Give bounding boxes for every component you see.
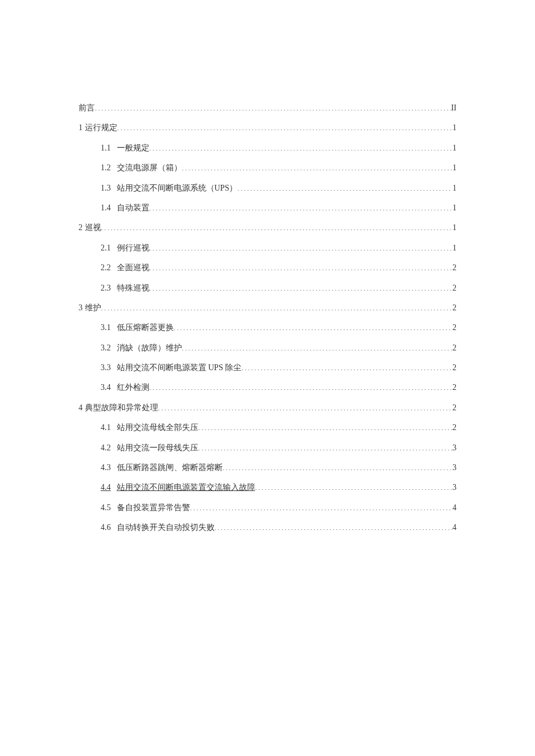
toc-entry-leader xyxy=(255,482,453,490)
toc-entry-page: 2 xyxy=(452,261,456,274)
toc-entry-page: 2 xyxy=(452,361,456,374)
toc-entry-page: 2 xyxy=(452,282,456,295)
toc-entry-page: 1 xyxy=(452,142,456,155)
toc-entry-label: 3.1低压熔断器更换 xyxy=(101,321,174,334)
toc-entry-page: 3 xyxy=(452,481,456,494)
toc-entry-title: 消缺（故障）维护 xyxy=(117,343,182,352)
toc-entry[interactable]: 4.3低压断路器跳闸、熔断器熔断3 xyxy=(79,461,456,474)
toc-entry-page: 1 xyxy=(452,242,456,255)
toc-entry[interactable]: 2 巡视1 xyxy=(79,221,456,234)
toc-entry-number: 2.1 xyxy=(101,243,111,252)
toc-entry-title: 低压断路器跳闸、熔断器熔断 xyxy=(117,463,223,472)
toc-entry-label: 4.1站用交流母线全部失压 xyxy=(101,421,198,434)
toc-entry-title: 站用交流不间断电源装置交流输入故障 xyxy=(117,483,255,492)
toc-entry-label: 1.3站用交流不间断电源系统（UPS） xyxy=(101,182,237,195)
toc-entry[interactable]: 2.2全面巡视2 xyxy=(79,261,456,274)
toc-entry-page: 1 xyxy=(452,162,456,174)
toc-entry-number: 4 xyxy=(79,403,83,412)
toc-entry-number: 3.2 xyxy=(101,343,111,352)
toc-entry-title: 全面巡视 xyxy=(117,263,149,272)
toc-entry-label: 2 巡视 xyxy=(79,221,101,234)
toc-entry-leader xyxy=(117,122,453,130)
toc-entry[interactable]: 4.2站用交流一段母线失压3 xyxy=(79,442,456,454)
toc-entry-number: 3.4 xyxy=(101,383,111,392)
toc-entry[interactable]: 2.1例行巡视1 xyxy=(79,242,456,255)
toc-entry-leader xyxy=(101,302,453,310)
toc-entry-number: 1.1 xyxy=(101,144,111,152)
toc-entry[interactable]: 3.4红外检测2 xyxy=(79,381,456,394)
toc-entry[interactable]: 4 典型故障和异常处理2 xyxy=(79,402,456,414)
toc-entry-title: 自动装置 xyxy=(117,203,149,212)
toc-entry[interactable]: 前言II xyxy=(79,102,456,114)
toc-entry-title: 运行规定 xyxy=(85,123,117,132)
toc-entry[interactable]: 4.4站用交流不间断电源装置交流输入故障3 xyxy=(79,481,456,494)
toc-entry-label: 4.2站用交流一段母线失压 xyxy=(101,442,198,454)
toc-entry[interactable]: 3 维护2 xyxy=(79,302,456,314)
table-of-contents: 前言II1 运行规定11.1一般规定11.2交流电源屏（箱）11.3站用交流不间… xyxy=(79,102,456,535)
toc-entry-page: II xyxy=(451,102,456,114)
toc-entry-number: 1.3 xyxy=(101,184,111,192)
toc-entry-leader xyxy=(182,342,453,350)
toc-entry-page: 4 xyxy=(452,521,456,534)
toc-entry-leader xyxy=(182,162,453,170)
toc-entry[interactable]: 1.4自动装置1 xyxy=(79,202,456,214)
toc-entry[interactable]: 1.3站用交流不间断电源系统（UPS）1 xyxy=(79,182,456,195)
toc-entry[interactable]: 2.3特殊巡视2 xyxy=(79,282,456,295)
toc-entry-number: 2 xyxy=(79,223,83,232)
toc-entry-title: 站用交流不间断电源系统（UPS） xyxy=(117,184,238,192)
toc-entry-title: 典型故障和异常处理 xyxy=(85,403,158,412)
toc-entry-number: 3 xyxy=(79,303,83,312)
toc-entry-label: 2.2全面巡视 xyxy=(101,261,149,274)
toc-entry-page: 4 xyxy=(452,501,456,514)
toc-entry-page: 1 xyxy=(452,182,456,195)
toc-entry-leader xyxy=(95,102,451,110)
toc-entry-title: 交流电源屏（箱） xyxy=(117,163,182,172)
toc-entry-label: 1 运行规定 xyxy=(79,121,117,134)
toc-entry-page: 1 xyxy=(452,202,456,214)
toc-entry-label: 3.2消缺（故障）维护 xyxy=(101,342,182,354)
toc-entry-title: 站用交流一段母线失压 xyxy=(117,443,198,452)
toc-entry-title: 低压熔断器更换 xyxy=(117,323,174,332)
toc-entry[interactable]: 4.6自动转换开关自动投切失败4 xyxy=(79,521,456,534)
toc-entry-title: 前言 xyxy=(79,103,95,112)
toc-entry-page: 1 xyxy=(452,121,456,134)
toc-entry[interactable]: 4.5备自投装置异常告警4 xyxy=(79,501,456,514)
toc-entry-title: 特殊巡视 xyxy=(117,284,149,292)
toc-entry-page: 2 xyxy=(452,381,456,394)
toc-entry-number: 4.5 xyxy=(101,503,111,512)
toc-entry-title: 一般规定 xyxy=(117,144,149,152)
toc-entry-leader xyxy=(101,222,453,230)
toc-entry-number: 4.4 xyxy=(101,483,111,492)
toc-entry[interactable]: 1.1一般规定1 xyxy=(79,142,456,155)
toc-entry-title: 自动转换开关自动投切失败 xyxy=(117,523,215,532)
toc-entry-number: 3.1 xyxy=(101,323,111,332)
toc-entry-leader xyxy=(190,502,453,510)
toc-entry-leader xyxy=(174,322,453,330)
toc-entry-page: 3 xyxy=(452,442,456,454)
toc-entry[interactable]: 3.3站用交流不间断电源装置 UPS 除尘2 xyxy=(79,361,456,374)
toc-entry-title: 备自投装置异常告警 xyxy=(117,503,190,512)
toc-entry-title: 例行巡视 xyxy=(117,243,149,252)
toc-entry-number: 4.3 xyxy=(101,463,111,472)
toc-entry-leader xyxy=(223,462,453,470)
toc-entry-leader xyxy=(149,142,453,151)
toc-entry-title: 站用交流母线全部失压 xyxy=(117,423,198,432)
toc-entry-leader xyxy=(237,182,452,191)
toc-entry[interactable]: 1.2交流电源屏（箱）1 xyxy=(79,162,456,174)
toc-entry-leader xyxy=(158,402,453,410)
toc-entry-label: 4.5备自投装置异常告警 xyxy=(101,501,190,514)
toc-entry-label: 3.3站用交流不间断电源装置 UPS 除尘 xyxy=(101,361,241,374)
toc-entry-label: 1.1一般规定 xyxy=(101,142,149,155)
toc-entry[interactable]: 1 运行规定1 xyxy=(79,121,456,134)
toc-entry-title: 站用交流不间断电源装置 UPS 除尘 xyxy=(117,363,242,372)
toc-entry-leader xyxy=(149,262,453,270)
toc-entry[interactable]: 4.1站用交流母线全部失压2 xyxy=(79,421,456,434)
toc-entry-number: 4.1 xyxy=(101,423,111,432)
toc-entry[interactable]: 3.2消缺（故障）维护2 xyxy=(79,342,456,354)
toc-entry-number: 1.2 xyxy=(101,163,111,172)
toc-entry-page: 2 xyxy=(452,421,456,434)
toc-entry[interactable]: 3.1低压熔断器更换2 xyxy=(79,321,456,334)
toc-entry-title: 红外检测 xyxy=(117,383,149,392)
toc-entry-label: 4.3低压断路器跳闸、熔断器熔断 xyxy=(101,461,223,474)
toc-entry-number: 4.2 xyxy=(101,443,111,452)
